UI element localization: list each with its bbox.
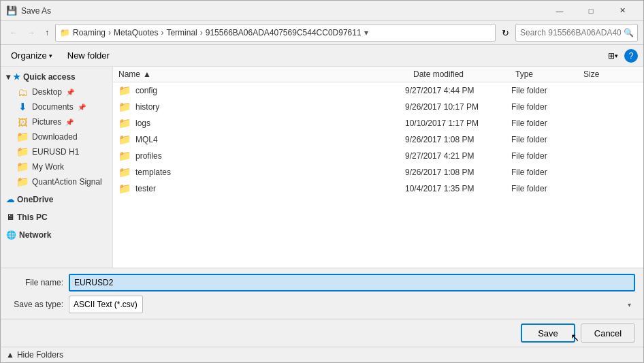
breadcrumb-folder-icon: 📁	[60, 28, 70, 37]
sidebar-item-documents[interactable]: ⬇ Documents 📌	[1, 99, 112, 114]
folder-icon: 📁	[118, 101, 131, 113]
thispc-icon: 🖥	[6, 212, 14, 222]
sidebar-onedrive[interactable]: ☁ OneDrive	[1, 192, 112, 207]
action-bar-right: ⊞ ▾ ?	[605, 49, 638, 63]
breadcrumb[interactable]: 📁 Roaming › MetaQuotes › Terminal › 9155…	[55, 24, 496, 42]
minimize-button[interactable]: —	[544, 1, 575, 21]
window-icon: 💾	[6, 5, 17, 16]
breadcrumb-part-guid: 915566BA06ADA407569C544CC0D97611	[206, 28, 361, 37]
table-row[interactable]: 📁 MQL4 9/26/2017 1:08 PM File folder	[113, 131, 643, 148]
sidebar-item-pictures[interactable]: 🖼 Pictures 📌	[1, 114, 112, 129]
quick-access-star-icon: ★	[13, 72, 20, 82]
table-row[interactable]: 📁 tester 10/4/2017 1:35 PM File folder	[113, 180, 643, 197]
filetype-select[interactable]: ASCII Text (*.csv) CSV (*.csv) Text (*.t…	[69, 296, 143, 313]
view-icon: ⊞	[608, 51, 615, 61]
network-icon: 🌐	[6, 230, 16, 240]
filename-label: File name:	[9, 278, 63, 287]
sidebar-item-mywork[interactable]: 📁 My Work	[1, 159, 112, 174]
save-as-dialog: 💾 Save As — □ ✕ ← → ↑ 📁 Roaming › MetaQu…	[0, 0, 644, 363]
sidebar-quick-access[interactable]: ▾ ★ Quick access	[1, 69, 112, 84]
file-type: File folder	[511, 184, 579, 193]
main-content: ▾ ★ Quick access 🗂 Desktop 📌 ⬇ Documents…	[1, 67, 643, 268]
sidebar-item-desktop[interactable]: 🗂 Desktop 📌	[1, 84, 112, 99]
file-row-name: 📁 logs	[118, 117, 401, 129]
file-date: 9/26/2017 1:08 PM	[405, 168, 507, 177]
hide-folders-chevron-icon: ▲	[6, 350, 14, 360]
cursor-icon: ↖	[570, 331, 579, 344]
file-row-name: 📁 history	[118, 101, 401, 113]
filename-input[interactable]	[69, 274, 635, 291]
table-row[interactable]: 📁 config 9/27/2017 4:44 PM File folder	[113, 82, 643, 99]
sidebar-item-quantaction[interactable]: 📁 QuantAction Signal	[1, 174, 112, 189]
hide-folders-bar[interactable]: ▲ Hide Folders	[1, 347, 643, 362]
file-row-name: 📁 tester	[118, 183, 401, 195]
file-name-label: MQL4	[135, 135, 158, 144]
file-date: 9/26/2017 10:17 PM	[405, 102, 507, 112]
file-date: 9/26/2017 1:08 PM	[405, 135, 507, 144]
window-title: Save As	[21, 6, 544, 16]
sidebar-item-desktop-label: Desktop	[32, 87, 62, 97]
sidebar-thispc[interactable]: 🖥 This PC	[1, 210, 112, 225]
table-row[interactable]: 📁 logs 10/10/2017 1:17 PM File folder	[113, 115, 643, 131]
help-button[interactable]: ?	[624, 49, 638, 63]
up-button[interactable]: ↑	[42, 25, 52, 41]
file-date: 9/27/2017 4:21 PM	[405, 151, 507, 161]
view-chevron-icon: ▾	[615, 52, 618, 59]
file-row-name: 📁 MQL4	[118, 133, 401, 146]
file-type: File folder	[511, 135, 579, 144]
new-folder-button[interactable]: New folder	[63, 48, 114, 63]
folder-icon: 📁	[118, 150, 131, 162]
save-button[interactable]: Save ↖	[521, 323, 575, 343]
file-type: File folder	[511, 168, 579, 177]
folder-icon: 📁	[118, 133, 131, 146]
close-button[interactable]: ✕	[607, 1, 638, 21]
folder-icon: 📁	[118, 183, 131, 195]
breadcrumb-dropdown-icon: ▾	[364, 28, 368, 37]
sidebar-item-mywork-label: My Work	[32, 162, 64, 172]
hide-folders-label: Hide Folders	[17, 350, 63, 360]
file-row-name: 📁 templates	[118, 166, 401, 178]
title-bar: 💾 Save As — □ ✕	[1, 1, 643, 21]
organize-button[interactable]: Organize ▾	[6, 48, 57, 63]
sidebar-item-eurusd[interactable]: 📁 EURUSD H1	[1, 144, 112, 159]
header-name[interactable]: Name ▲	[118, 69, 413, 79]
sidebar-item-quantaction-label: QuantAction Signal	[32, 177, 102, 187]
file-type: File folder	[511, 86, 579, 95]
file-date: 9/27/2017 4:44 PM	[405, 86, 507, 95]
sidebar-item-downloaded[interactable]: 📁 Downloaded	[1, 129, 112, 144]
pictures-pin-icon: 📌	[65, 119, 74, 126]
sidebar-item-documents-label: Documents	[32, 102, 74, 112]
folder-icon: 📁	[118, 166, 131, 178]
table-row[interactable]: 📁 history 9/26/2017 10:17 PM File folder	[113, 99, 643, 115]
file-row-name: 📁 profiles	[118, 150, 401, 162]
header-date: Date modified	[413, 69, 515, 79]
refresh-button[interactable]: ↻	[498, 25, 513, 41]
sidebar-network[interactable]: 🌐 Network	[1, 227, 112, 242]
back-button[interactable]: ←	[6, 25, 21, 41]
file-name-label: profiles	[135, 151, 162, 161]
sidebar-item-downloaded-label: Downloaded	[32, 132, 78, 142]
navigation-toolbar: ← → ↑ 📁 Roaming › MetaQuotes › Terminal …	[1, 21, 643, 45]
breadcrumb-part-terminal: Terminal	[166, 28, 197, 37]
table-row[interactable]: 📁 profiles 9/27/2017 4:21 PM File folder	[113, 148, 643, 164]
breadcrumb-arrow-2: ›	[161, 28, 163, 37]
filetype-select-arrow-icon: ▾	[628, 301, 631, 309]
documents-pin-icon: 📌	[78, 104, 86, 111]
table-row[interactable]: 📁 templates 9/26/2017 1:08 PM File folde…	[113, 164, 643, 180]
view-button[interactable]: ⊞ ▾	[605, 49, 622, 63]
maximize-button[interactable]: □	[575, 1, 607, 21]
desktop-folder-icon: 🗂	[17, 86, 28, 97]
forward-button[interactable]: →	[24, 25, 39, 41]
header-name-label: Name	[118, 69, 140, 79]
file-name-label: templates	[135, 168, 171, 177]
search-input[interactable]	[515, 24, 638, 42]
cancel-button[interactable]: Cancel	[581, 323, 635, 343]
sidebar-onedrive-label: OneDrive	[17, 195, 53, 204]
file-name-label: tester	[135, 184, 156, 193]
header-name-sort-icon: ▲	[143, 69, 151, 79]
organize-chevron-icon: ▾	[49, 52, 52, 59]
header-size: Size	[583, 69, 638, 79]
quick-access-chevron-icon: ▾	[6, 72, 10, 82]
breadcrumb-part-roaming: Roaming	[73, 28, 106, 37]
sidebar-item-eurusd-label: EURUSD H1	[32, 147, 79, 157]
